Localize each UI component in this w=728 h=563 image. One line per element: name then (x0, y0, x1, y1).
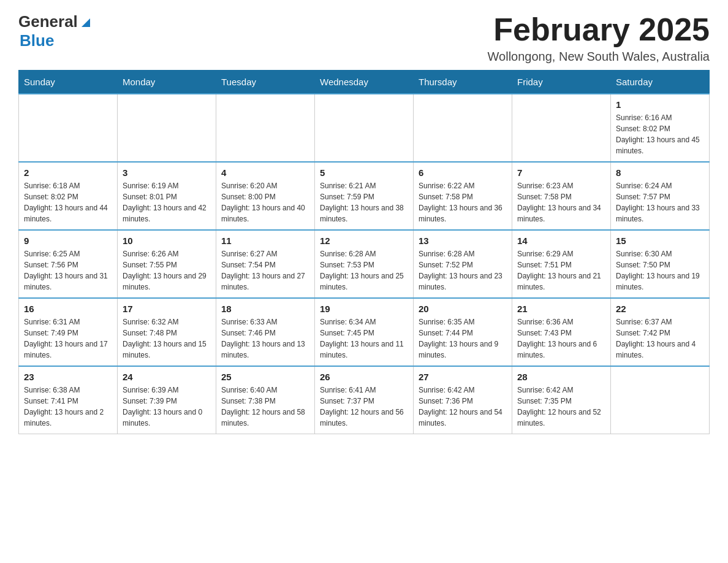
calendar-day-cell: 22Sunrise: 6:37 AMSunset: 7:42 PMDayligh… (611, 298, 710, 366)
day-info: Sunrise: 6:30 AMSunset: 7:50 PMDaylight:… (616, 248, 704, 293)
day-info: Sunrise: 6:41 AMSunset: 7:37 PMDaylight:… (320, 385, 408, 429)
day-info: Sunrise: 6:42 AMSunset: 7:36 PMDaylight:… (419, 385, 507, 429)
calendar-day-cell: 25Sunrise: 6:40 AMSunset: 7:38 PMDayligh… (216, 366, 315, 434)
calendar-day-cell: 14Sunrise: 6:29 AMSunset: 7:51 PMDayligh… (512, 230, 611, 298)
day-info: Sunrise: 6:31 AMSunset: 7:49 PMDaylight:… (24, 316, 112, 361)
calendar-day-cell: 16Sunrise: 6:31 AMSunset: 7:49 PMDayligh… (19, 298, 118, 366)
calendar-day-cell: 6Sunrise: 6:22 AMSunset: 7:58 PMDaylight… (414, 162, 512, 230)
day-number: 15 (616, 236, 704, 246)
day-number: 19 (320, 304, 408, 314)
logo-general-text: General (18, 12, 78, 31)
day-number: 24 (123, 372, 211, 382)
day-info: Sunrise: 6:28 AMSunset: 7:52 PMDaylight:… (419, 248, 507, 293)
calendar-day-cell: 18Sunrise: 6:33 AMSunset: 7:46 PMDayligh… (216, 298, 315, 366)
day-number: 23 (24, 372, 112, 382)
calendar-day-cell: 26Sunrise: 6:41 AMSunset: 7:37 PMDayligh… (315, 366, 414, 434)
day-number: 10 (123, 236, 211, 246)
calendar-day-cell: 23Sunrise: 6:38 AMSunset: 7:41 PMDayligh… (19, 366, 118, 434)
calendar-day-cell: 9Sunrise: 6:25 AMSunset: 7:56 PMDaylight… (19, 230, 118, 298)
day-header-monday: Monday (118, 71, 216, 94)
calendar-day-cell: 11Sunrise: 6:27 AMSunset: 7:54 PMDayligh… (216, 230, 315, 298)
day-info: Sunrise: 6:26 AMSunset: 7:55 PMDaylight:… (123, 248, 211, 293)
calendar-week-row: 1Sunrise: 6:16 AMSunset: 8:02 PMDaylight… (19, 94, 710, 162)
day-number: 9 (24, 236, 112, 246)
calendar-day-cell: 12Sunrise: 6:28 AMSunset: 7:53 PMDayligh… (315, 230, 414, 298)
calendar-day-cell: 4Sunrise: 6:20 AMSunset: 8:00 PMDaylight… (216, 162, 315, 230)
day-info: Sunrise: 6:39 AMSunset: 7:39 PMDaylight:… (123, 385, 211, 429)
day-info: Sunrise: 6:22 AMSunset: 7:58 PMDaylight:… (419, 180, 507, 224)
calendar-day-cell (118, 94, 216, 162)
day-info: Sunrise: 6:23 AMSunset: 7:58 PMDaylight:… (517, 180, 605, 224)
day-info: Sunrise: 6:32 AMSunset: 7:48 PMDaylight:… (123, 316, 211, 361)
calendar-day-cell (414, 94, 512, 162)
calendar-day-cell: 21Sunrise: 6:36 AMSunset: 7:43 PMDayligh… (512, 298, 611, 366)
day-info: Sunrise: 6:29 AMSunset: 7:51 PMDaylight:… (517, 248, 605, 293)
page-header: General Blue February 2025 Wollongong, N… (18, 12, 710, 64)
day-header-friday: Friday (512, 71, 611, 94)
calendar-day-cell: 24Sunrise: 6:39 AMSunset: 7:39 PMDayligh… (118, 366, 216, 434)
day-header-wednesday: Wednesday (315, 71, 414, 94)
day-info: Sunrise: 6:25 AMSunset: 7:56 PMDaylight:… (24, 248, 112, 293)
calendar-week-row: 16Sunrise: 6:31 AMSunset: 7:49 PMDayligh… (19, 298, 710, 366)
day-number: 20 (419, 304, 507, 314)
day-info: Sunrise: 6:18 AMSunset: 8:02 PMDaylight:… (24, 180, 112, 224)
day-header-saturday: Saturday (611, 71, 710, 94)
logo: General Blue (18, 12, 93, 50)
day-info: Sunrise: 6:34 AMSunset: 7:45 PMDaylight:… (320, 316, 408, 361)
day-number: 25 (221, 372, 309, 382)
day-number: 13 (419, 236, 507, 246)
day-number: 27 (419, 372, 507, 382)
calendar-day-cell (216, 94, 315, 162)
day-number: 16 (24, 304, 112, 314)
logo-line1: General (18, 12, 93, 31)
day-number: 7 (517, 167, 605, 178)
calendar-day-cell: 2Sunrise: 6:18 AMSunset: 8:02 PMDaylight… (19, 162, 118, 230)
day-number: 14 (517, 236, 605, 246)
svg-marker-0 (82, 18, 90, 27)
day-header-thursday: Thursday (414, 71, 512, 94)
calendar-day-cell: 20Sunrise: 6:35 AMSunset: 7:44 PMDayligh… (414, 298, 512, 366)
day-number: 6 (419, 167, 507, 178)
day-number: 2 (24, 167, 112, 178)
day-info: Sunrise: 6:42 AMSunset: 7:35 PMDaylight:… (517, 385, 605, 429)
title-area: February 2025 Wollongong, New South Wale… (488, 12, 710, 64)
day-info: Sunrise: 6:28 AMSunset: 7:53 PMDaylight:… (320, 248, 408, 293)
day-number: 18 (221, 304, 309, 314)
day-info: Sunrise: 6:24 AMSunset: 7:57 PMDaylight:… (616, 180, 704, 224)
calendar-day-cell (315, 94, 414, 162)
page-subtitle: Wollongong, New South Wales, Australia (488, 50, 710, 64)
day-number: 26 (320, 372, 408, 382)
calendar-day-cell: 1Sunrise: 6:16 AMSunset: 8:02 PMDaylight… (611, 94, 710, 162)
day-info: Sunrise: 6:27 AMSunset: 7:54 PMDaylight:… (221, 248, 309, 293)
calendar-day-cell: 8Sunrise: 6:24 AMSunset: 7:57 PMDaylight… (611, 162, 710, 230)
calendar-day-cell: 7Sunrise: 6:23 AMSunset: 7:58 PMDaylight… (512, 162, 611, 230)
day-info: Sunrise: 6:21 AMSunset: 7:59 PMDaylight:… (320, 180, 408, 224)
calendar-day-cell: 5Sunrise: 6:21 AMSunset: 7:59 PMDaylight… (315, 162, 414, 230)
day-info: Sunrise: 6:20 AMSunset: 8:00 PMDaylight:… (221, 180, 309, 224)
calendar-day-cell (512, 94, 611, 162)
calendar-week-row: 2Sunrise: 6:18 AMSunset: 8:02 PMDaylight… (19, 162, 710, 230)
logo-blue-text: Blue (20, 31, 54, 50)
day-number: 3 (123, 167, 211, 178)
day-number: 8 (616, 167, 704, 178)
calendar-day-cell: 13Sunrise: 6:28 AMSunset: 7:52 PMDayligh… (414, 230, 512, 298)
day-info: Sunrise: 6:36 AMSunset: 7:43 PMDaylight:… (517, 316, 605, 361)
day-info: Sunrise: 6:40 AMSunset: 7:38 PMDaylight:… (221, 385, 309, 429)
calendar-day-cell: 17Sunrise: 6:32 AMSunset: 7:48 PMDayligh… (118, 298, 216, 366)
day-number: 11 (221, 236, 309, 246)
day-info: Sunrise: 6:33 AMSunset: 7:46 PMDaylight:… (221, 316, 309, 361)
calendar-day-cell: 27Sunrise: 6:42 AMSunset: 7:36 PMDayligh… (414, 366, 512, 434)
day-number: 12 (320, 236, 408, 246)
calendar-day-cell (611, 366, 710, 434)
day-info: Sunrise: 6:16 AMSunset: 8:02 PMDaylight:… (616, 112, 704, 156)
calendar-day-cell: 19Sunrise: 6:34 AMSunset: 7:45 PMDayligh… (315, 298, 414, 366)
day-header-tuesday: Tuesday (216, 71, 315, 94)
day-info: Sunrise: 6:37 AMSunset: 7:42 PMDaylight:… (616, 316, 704, 361)
calendar-day-cell: 10Sunrise: 6:26 AMSunset: 7:55 PMDayligh… (118, 230, 216, 298)
day-number: 5 (320, 167, 408, 178)
calendar-week-row: 23Sunrise: 6:38 AMSunset: 7:41 PMDayligh… (19, 366, 710, 434)
calendar-week-row: 9Sunrise: 6:25 AMSunset: 7:56 PMDaylight… (19, 230, 710, 298)
day-info: Sunrise: 6:35 AMSunset: 7:44 PMDaylight:… (419, 316, 507, 361)
day-number: 21 (517, 304, 605, 314)
day-number: 22 (616, 304, 704, 314)
